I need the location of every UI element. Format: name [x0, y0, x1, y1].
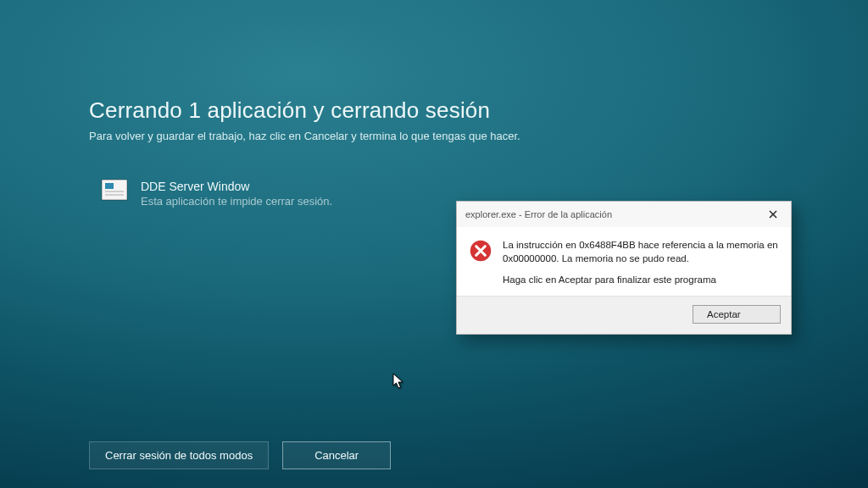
force-logoff-button[interactable]: Cerrar sesión de todos modos [89, 441, 269, 469]
dialog-titlebar[interactable]: explorer.exe - Error de la aplicación [457, 202, 791, 227]
blocking-app-desc: Esta aplicación te impide cerrar sesión. [141, 195, 332, 208]
cancel-button[interactable]: Cancelar [282, 441, 391, 469]
dialog-message-line2: Haga clic en Aceptar para finalizar este… [503, 274, 779, 287]
mouse-cursor-icon [392, 373, 404, 390]
blocking-app-text: DDE Server Window Esta aplicación te imp… [141, 180, 332, 208]
blocking-app-row: DDE Server Window Esta aplicación te imp… [102, 180, 332, 208]
action-button-bar: Cerrar sesión de todos modos Cancelar [89, 441, 391, 469]
logoff-header: Cerrando 1 aplicación y cerrando sesión … [89, 97, 632, 144]
dialog-body: La instrucción en 0x6488F4BB hace refere… [457, 227, 791, 296]
app-thumbnail-icon [102, 180, 127, 200]
dialog-close-button[interactable] [760, 205, 786, 224]
dialog-title: explorer.exe - Error de la aplicación [465, 209, 612, 219]
error-dialog: explorer.exe - Error de la aplicación La… [456, 201, 792, 335]
blocking-app-name: DDE Server Window [141, 180, 332, 193]
close-icon [769, 210, 777, 219]
dialog-message: La instrucción en 0x6488F4BB hace refere… [503, 239, 779, 287]
dialog-ok-button[interactable]: Aceptar [693, 305, 781, 324]
error-icon [469, 239, 492, 263]
dialog-message-line1: La instrucción en 0x6488F4BB hace refere… [503, 239, 779, 265]
dialog-action-bar: Aceptar [457, 296, 791, 334]
page-title: Cerrando 1 aplicación y cerrando sesión [89, 97, 632, 124]
page-subtitle: Para volver y guardar el trabajo, haz cl… [89, 129, 632, 144]
